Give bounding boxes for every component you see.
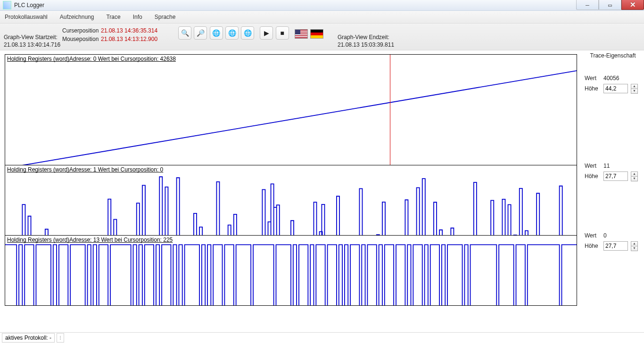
spin-up-icon: ▲ xyxy=(631,241,638,246)
wert-value-1: 11 xyxy=(603,163,610,169)
minimize-button[interactable]: — xyxy=(576,0,599,10)
spin-up-icon: ▲ xyxy=(631,84,638,89)
hoehe-label-1: Höhe xyxy=(585,173,601,180)
maximize-button[interactable]: ▭ xyxy=(599,0,621,10)
maximize-icon: ▭ xyxy=(608,1,612,8)
mouse-label: Mouseposition xyxy=(62,36,99,42)
trace-plot-0[interactable]: Holding Registers (word)Adresse: 0 Wert … xyxy=(5,54,577,165)
wert-label-2: Wert xyxy=(585,232,601,239)
trace-plot-1[interactable]: Holding Registers (word)Adresse: 1 Wert … xyxy=(5,165,577,236)
spin-up-icon: ▲ xyxy=(631,172,638,176)
flag-de-icon xyxy=(311,30,323,38)
stop-button[interactable]: ■ xyxy=(276,26,289,40)
toolbar-buttons: 🔍 🔎 🌐 🌐 🌐 ▶ ■ xyxy=(178,26,324,40)
globe-prev-icon: 🌐 xyxy=(228,29,236,37)
cursor-value: 21.08.13 14:36:35.314 xyxy=(101,27,157,34)
trace-properties-panel: Trace-Eigenschaft Wert 40056 Höhe ▲▼ Wer… xyxy=(582,50,644,332)
trace-label-1: Holding Registers (word)Adresse: 1 Wert … xyxy=(7,166,163,173)
hoehe-spinner-1[interactable]: ▲▼ xyxy=(631,172,638,181)
wert-value-2: 0 xyxy=(603,232,607,239)
trace-svg-1 xyxy=(5,165,577,236)
graph-start-label: Graph-View Startzeit: xyxy=(4,34,58,41)
play-button[interactable]: ▶ xyxy=(260,26,273,40)
trace-prop-group-0: Wert 40056 Höhe ▲▼ xyxy=(585,73,641,161)
trace-prop-group-2: Wert 0 Höhe ▲▼ xyxy=(585,230,641,318)
trace-svg-2 xyxy=(5,236,577,306)
spin-down-icon: ▼ xyxy=(631,246,638,251)
wert-value-0: 40056 xyxy=(603,75,619,82)
close-button[interactable]: ✕ xyxy=(621,0,644,10)
svg-rect-7 xyxy=(311,33,323,35)
spin-down-icon: ▼ xyxy=(631,176,638,181)
trace-label-2: Holding Registers (word)Adresse: 13 Wert… xyxy=(7,237,173,243)
graph-end-label: Graph-View Endzeit: xyxy=(338,34,389,41)
flag-us-icon xyxy=(295,30,307,38)
graph-end-value: 21.08.13 15:03:39.811 xyxy=(338,41,394,48)
zoom-in-icon: 🔍 xyxy=(181,29,189,37)
main-area: Holding Registers (word)Adresse: 0 Wert … xyxy=(0,50,644,332)
trace-label-0: Holding Registers (word)Adresse: 0 Wert … xyxy=(7,56,176,62)
menu-sprache[interactable]: Sprache xyxy=(153,13,178,21)
statusbar-grip[interactable] xyxy=(57,333,64,343)
mouse-value: 21.08.13 14:13:12.900 xyxy=(101,36,157,42)
window-buttons: — ▭ ✕ xyxy=(576,0,644,10)
titlebar: PLC Logger — ▭ ✕ xyxy=(0,0,644,11)
svg-rect-5 xyxy=(295,30,300,34)
statusbar: aktives Protokoll: - xyxy=(0,332,644,343)
zoom-in-button[interactable]: 🔍 xyxy=(178,26,191,40)
flag-de-button[interactable] xyxy=(310,29,323,39)
svg-rect-8 xyxy=(311,35,323,38)
plot-bottom-spacer xyxy=(5,306,577,325)
svg-rect-3 xyxy=(295,34,307,35)
nav-prev-button[interactable]: 🌐 xyxy=(225,26,239,40)
trace-plot-2[interactable]: Holding Registers (word)Adresse: 13 Wert… xyxy=(5,236,577,306)
menu-info[interactable]: Info xyxy=(131,13,144,21)
close-icon: ✕ xyxy=(630,0,636,9)
flag-us-button[interactable] xyxy=(295,29,308,39)
spin-down-icon: ▼ xyxy=(631,89,638,94)
trace-svg-0 xyxy=(5,55,577,165)
app-window: PLC Logger — ▭ ✕ Protokollauswahl Aufzei… xyxy=(0,0,644,343)
trace-prop-group-1: Wert 11 Höhe ▲▼ xyxy=(585,161,641,230)
play-icon: ▶ xyxy=(264,29,269,37)
status-active-protocol: aktives Protokoll: - xyxy=(2,333,55,343)
hoehe-label-0: Höhe xyxy=(585,85,601,92)
menu-protokollauswahl[interactable]: Protokollauswahl xyxy=(3,13,50,21)
zoom-out-icon: 🔎 xyxy=(197,29,205,37)
menu-trace[interactable]: Trace xyxy=(104,13,122,21)
nav-first-button[interactable]: 🌐 xyxy=(210,26,223,40)
svg-rect-6 xyxy=(311,30,323,33)
wert-label-1: Wert xyxy=(585,163,601,169)
graph-start-value: 21.08.13 13:40:14.716 xyxy=(4,41,60,48)
menu-aufzeichnung[interactable]: Aufzeichnung xyxy=(58,13,96,21)
stop-icon: ■ xyxy=(281,29,284,37)
globe-next-icon: 🌐 xyxy=(244,29,252,37)
zoom-out-button[interactable]: 🔎 xyxy=(194,26,207,40)
minimize-icon: — xyxy=(586,1,589,8)
menubar: Protokollauswahl Aufzeichnung Trace Info… xyxy=(0,11,644,24)
hoehe-label-2: Höhe xyxy=(585,243,601,249)
wert-label-0: Wert xyxy=(585,75,601,82)
window-title: PLC Logger xyxy=(14,2,44,8)
globe-first-icon: 🌐 xyxy=(212,29,220,37)
nav-next-button[interactable]: 🌐 xyxy=(241,26,254,40)
svg-rect-4 xyxy=(295,36,307,37)
hoehe-input-2[interactable] xyxy=(603,241,628,251)
hoehe-input-0[interactable] xyxy=(603,84,628,93)
time-cursor[interactable] xyxy=(390,55,390,165)
graph-column: Holding Registers (word)Adresse: 0 Wert … xyxy=(0,50,582,332)
trace-properties-heading: Trace-Eigenschaft xyxy=(585,52,641,59)
app-icon xyxy=(3,1,11,9)
cursor-label: Curserposition xyxy=(62,27,99,34)
hoehe-input-1[interactable] xyxy=(603,172,628,181)
infobar: Graph-View Startzeit: 21.08.13 13:40:14.… xyxy=(0,24,644,50)
hoehe-spinner-2[interactable]: ▲▼ xyxy=(631,241,638,251)
hoehe-spinner-0[interactable]: ▲▼ xyxy=(631,84,638,94)
